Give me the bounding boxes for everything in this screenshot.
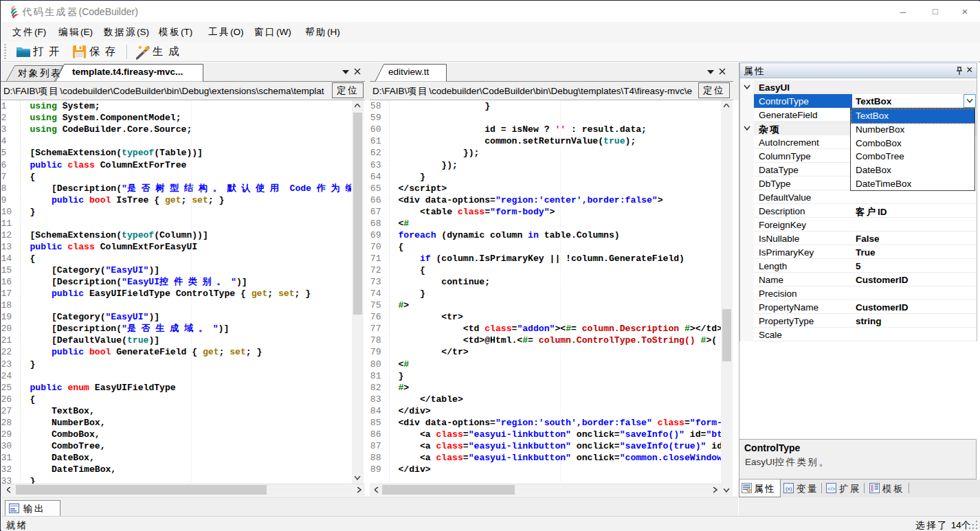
svg-text:(x): (x) [786, 486, 792, 492]
svg-text:</>: </> [827, 486, 836, 492]
